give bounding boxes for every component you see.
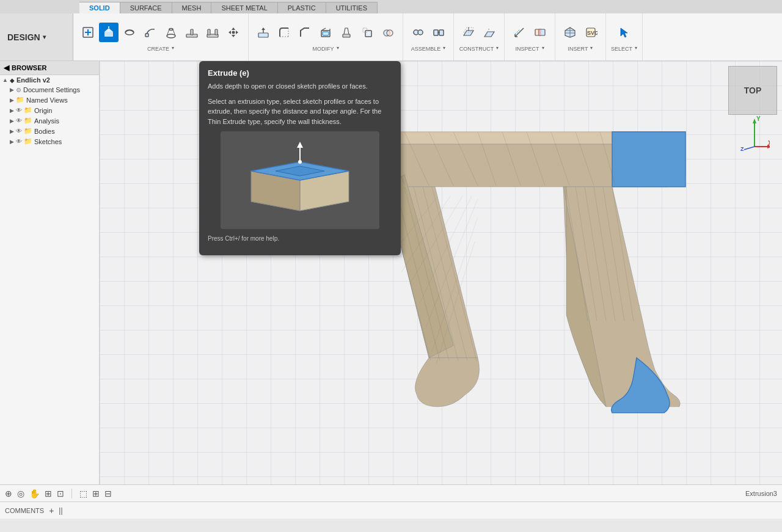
combine-icon[interactable] <box>378 23 398 42</box>
measure-icon[interactable] <box>510 23 529 42</box>
tab-sheet-metal[interactable]: SHEET METAL <box>211 2 277 13</box>
joint-icon[interactable] <box>408 23 428 42</box>
svg-point-33 <box>387 30 393 36</box>
browser-item-label: Analysis <box>34 117 59 125</box>
rib-icon[interactable] <box>182 23 202 42</box>
modify-label: MODIFY <box>313 46 334 52</box>
svg-rect-22 <box>258 33 268 37</box>
pan-icon[interactable]: ✋ <box>29 489 40 498</box>
interference-icon[interactable] <box>530 23 550 42</box>
browser-item-label: Sketches <box>34 138 62 145</box>
chamfer-icon[interactable] <box>295 23 315 42</box>
grid-settings-icon[interactable]: ⊞ <box>92 489 100 498</box>
tab-solid[interactable]: SOLID <box>79 2 120 13</box>
loft-icon[interactable] <box>161 23 181 42</box>
comments-bar: COMMENTS + || <box>0 501 782 519</box>
browser-item-named-views[interactable]: ▶ 📁 Named Views <box>0 95 99 105</box>
tab-surface[interactable]: SURFACE <box>120 2 172 13</box>
svg-marker-18 <box>232 35 235 37</box>
tooltip-popup: Extrude (e) Adds depth to open or closed… <box>199 61 401 255</box>
select-arrow-icon[interactable] <box>615 23 634 42</box>
expand-icon: ▶ <box>10 107 14 114</box>
plane-at-angle-icon[interactable] <box>480 23 499 42</box>
web-icon[interactable] <box>203 23 222 42</box>
look-at-icon[interactable]: ◎ <box>17 489 24 498</box>
construct-label: CONSTRUCT <box>459 46 494 52</box>
assemble-arrow[interactable]: ▾ <box>443 45 445 51</box>
create-label: CREATE <box>147 46 169 52</box>
browser-item-root[interactable]: ▲ ◆ Endlich v2 <box>0 75 99 85</box>
visibility-icon[interactable]: 👁 <box>16 128 22 134</box>
sweep-icon[interactable] <box>141 23 160 42</box>
visibility-icon[interactable]: 👁 <box>16 138 22 145</box>
expand-icon: ▶ <box>10 128 14 134</box>
create-arrow[interactable]: ▾ <box>172 45 174 51</box>
revolve-icon[interactable] <box>120 23 139 42</box>
tab-plastic[interactable]: PLASTIC <box>278 2 326 13</box>
move-icon[interactable] <box>224 23 243 42</box>
as-built-joint-icon[interactable] <box>429 23 448 42</box>
visibility-icon[interactable]: 👁 <box>16 117 22 124</box>
fillet-icon[interactable] <box>274 23 294 42</box>
browser-item-bodies[interactable]: ▶ 👁 📁 Bodies <box>0 126 99 136</box>
svg-text:X: X <box>768 140 770 147</box>
collapse-comments-icon[interactable]: || <box>59 506 62 515</box>
toolbar-group-assemble: ASSEMBLE ▾ <box>403 13 454 60</box>
collapse-sidebar-icon[interactable]: ◀ <box>4 64 9 72</box>
svg-marker-19 <box>228 31 231 34</box>
folder-icon: 📁 <box>24 127 32 135</box>
view-cube[interactable]: TOP <box>728 66 777 115</box>
modify-arrow[interactable]: ▾ <box>337 45 339 51</box>
display-settings-icon[interactable]: ⬚ <box>79 489 87 498</box>
insert-svg-icon[interactable]: SVG <box>581 23 601 42</box>
draft-icon[interactable] <box>337 23 356 42</box>
folder-icon: 📁 <box>24 137 32 145</box>
add-comment-icon[interactable]: + <box>49 506 54 516</box>
insert-mesh-icon[interactable] <box>560 23 580 42</box>
inspect-arrow[interactable]: ▾ <box>542 45 544 51</box>
svg-text:Y: Y <box>756 116 761 122</box>
expand-icon: ▶ <box>10 139 14 145</box>
browser-item-label: Document Settings <box>23 86 80 93</box>
view-cube-label: TOP <box>744 86 762 95</box>
svg-text:Z: Z <box>740 146 744 152</box>
toolbar-group-construct: CONSTRUCT ▾ <box>454 13 505 60</box>
design-button[interactable]: DESIGN ▾ <box>0 13 73 60</box>
toolbar-group-create: CREATE ▾ <box>73 13 249 60</box>
scale-icon[interactable] <box>357 23 377 42</box>
construct-arrow[interactable]: ▾ <box>496 45 499 51</box>
offset-plane-icon[interactable] <box>459 23 478 42</box>
extrude-icon[interactable] <box>99 23 119 42</box>
browser-item-doc-settings[interactable]: ▶ ⚙ Document Settings <box>0 85 99 95</box>
browser-item-origin[interactable]: ▶ 👁 📁 Origin <box>0 105 99 115</box>
tab-mesh[interactable]: MESH <box>172 2 212 13</box>
svg-rect-29 <box>343 34 350 37</box>
svg-marker-24 <box>261 27 265 30</box>
svg-rect-30 <box>365 31 371 37</box>
insert-arrow[interactable]: ▾ <box>590 45 593 51</box>
press-pull-icon[interactable] <box>254 23 273 42</box>
visibility-icon[interactable]: 👁 <box>16 107 22 114</box>
svg-rect-3 <box>104 32 113 37</box>
new-component-icon[interactable] <box>78 23 98 42</box>
root-body-icon: ◆ <box>10 77 15 84</box>
browser-item-sketches[interactable]: ▶ 👁 📁 Sketches <box>0 136 99 147</box>
svg-point-21 <box>232 31 235 34</box>
viewport[interactable]: Extrude (e) Adds depth to open or closed… <box>100 61 782 484</box>
view-settings-icon[interactable]: ⊟ <box>104 489 112 498</box>
svg-marker-58 <box>297 142 303 148</box>
browser-item-analysis[interactable]: ▶ 👁 📁 Analysis <box>0 115 99 126</box>
select-arrow[interactable]: ▾ <box>635 45 637 51</box>
tab-utilities[interactable]: UTILITIES <box>326 2 378 13</box>
svg-rect-7 <box>145 34 148 37</box>
svg-point-35 <box>418 30 423 35</box>
orbit-icon[interactable]: ⊕ <box>5 489 12 498</box>
svg-point-59 <box>298 160 302 164</box>
zoom-window-icon[interactable]: ⊞ <box>45 489 52 498</box>
design-arrow: ▾ <box>43 34 46 40</box>
svg-marker-4 <box>104 28 113 32</box>
folder-icon: 📁 <box>16 96 24 104</box>
zoom-fit-icon[interactable]: ⊡ <box>57 489 64 498</box>
select-label: SELECT <box>611 46 632 52</box>
shell-icon[interactable] <box>316 23 335 42</box>
